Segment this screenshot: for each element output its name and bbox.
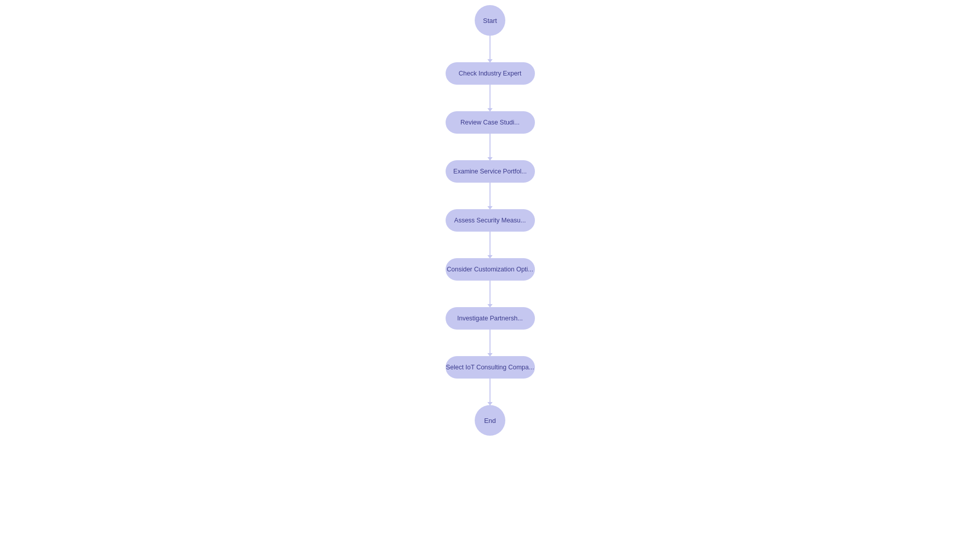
- assess-security-measures-node[interactable]: Assess Security Measu...: [446, 209, 535, 232]
- connector-3: [489, 134, 491, 160]
- connector-7: [489, 330, 491, 356]
- investigate-partnerships-label: Investigate Partnersh...: [457, 315, 523, 322]
- connector-6: [489, 281, 491, 307]
- start-label: Start: [483, 17, 497, 24]
- start-node[interactable]: Start: [475, 5, 505, 36]
- connector-1: [489, 36, 491, 62]
- connector-4: [489, 183, 491, 209]
- connector-2: [489, 85, 491, 111]
- investigate-partnerships-node[interactable]: Investigate Partnersh...: [446, 307, 535, 330]
- consider-customization-label: Consider Customization Opti...: [447, 266, 533, 273]
- review-case-studies-node[interactable]: Review Case Studi...: [446, 111, 535, 134]
- examine-service-portfolio-label: Examine Service Portfol...: [453, 168, 527, 175]
- check-industry-expert-label: Check Industry Expert: [459, 70, 522, 77]
- select-iot-consulting-node[interactable]: Select IoT Consulting Compa...: [446, 356, 535, 379]
- check-industry-expert-node[interactable]: Check Industry Expert: [446, 62, 535, 85]
- end-node[interactable]: End: [475, 405, 505, 436]
- select-iot-consulting-label: Select IoT Consulting Compa...: [446, 364, 534, 371]
- flowchart-container: Start Check Industry Expert Review Case …: [0, 0, 980, 551]
- examine-service-portfolio-node[interactable]: Examine Service Portfol...: [446, 160, 535, 183]
- flowchart: Start Check Industry Expert Review Case …: [446, 5, 535, 436]
- assess-security-measures-label: Assess Security Measu...: [454, 217, 526, 224]
- connector-5: [489, 232, 491, 258]
- end-label: End: [484, 417, 496, 424]
- review-case-studies-label: Review Case Studi...: [460, 119, 520, 126]
- connector-8: [489, 379, 491, 405]
- consider-customization-node[interactable]: Consider Customization Opti...: [446, 258, 535, 281]
